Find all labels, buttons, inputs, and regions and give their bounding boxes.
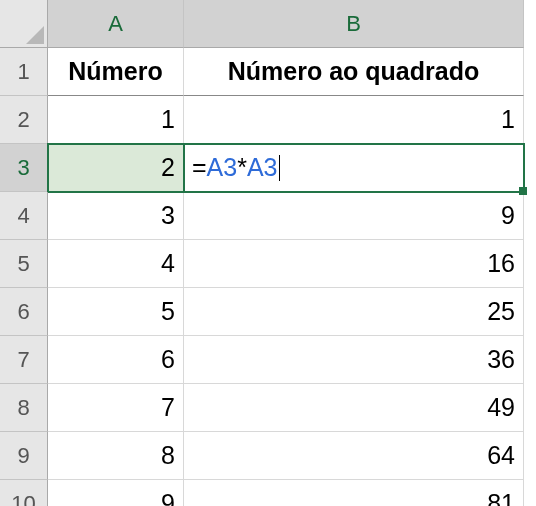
formula-operator: *	[237, 153, 247, 182]
cell-A9[interactable]: 8	[48, 432, 184, 480]
cell-A7[interactable]: 6	[48, 336, 184, 384]
cell-B8[interactable]: 49	[184, 384, 524, 432]
cell-B9[interactable]: 64	[184, 432, 524, 480]
cell-B5[interactable]: 16	[184, 240, 524, 288]
cell-B3[interactable]: =A3*A3	[184, 144, 524, 192]
row-header-2[interactable]: 2	[0, 96, 48, 144]
row-header-6[interactable]: 6	[0, 288, 48, 336]
formula-ref-1: A3	[207, 153, 238, 182]
cell-B1[interactable]: Número ao quadrado	[184, 48, 524, 96]
row-header-4[interactable]: 4	[0, 192, 48, 240]
formula-equals: =	[192, 153, 207, 182]
fill-handle[interactable]	[519, 187, 527, 195]
row-header-10[interactable]: 10	[0, 480, 48, 506]
formula-ref-2: A3	[247, 153, 278, 182]
row-header-8[interactable]: 8	[0, 384, 48, 432]
cell-B7[interactable]: 36	[184, 336, 524, 384]
cell-A1[interactable]: Número	[48, 48, 184, 96]
cell-B4[interactable]: 9	[184, 192, 524, 240]
cell-A4[interactable]: 3	[48, 192, 184, 240]
cell-B6[interactable]: 25	[184, 288, 524, 336]
row-header-5[interactable]: 5	[0, 240, 48, 288]
cell-A6[interactable]: 5	[48, 288, 184, 336]
cell-A2[interactable]: 1	[48, 96, 184, 144]
spreadsheet-grid[interactable]: A B 1 Número Número ao quadrado 2 1 1 3 …	[0, 0, 536, 506]
row-header-1[interactable]: 1	[0, 48, 48, 96]
cell-A8[interactable]: 7	[48, 384, 184, 432]
row-header-3[interactable]: 3	[0, 144, 48, 192]
select-all-icon	[26, 26, 44, 44]
select-all-corner[interactable]	[0, 0, 48, 48]
cell-B2[interactable]: 1	[184, 96, 524, 144]
column-header-B[interactable]: B	[184, 0, 524, 48]
cell-A3[interactable]: 2	[48, 144, 184, 192]
cell-A10[interactable]: 9	[48, 480, 184, 506]
row-header-7[interactable]: 7	[0, 336, 48, 384]
column-header-A[interactable]: A	[48, 0, 184, 48]
svg-marker-0	[26, 26, 44, 44]
cell-A5[interactable]: 4	[48, 240, 184, 288]
row-header-9[interactable]: 9	[0, 432, 48, 480]
text-caret	[279, 155, 280, 181]
cell-B10[interactable]: 81	[184, 480, 524, 506]
